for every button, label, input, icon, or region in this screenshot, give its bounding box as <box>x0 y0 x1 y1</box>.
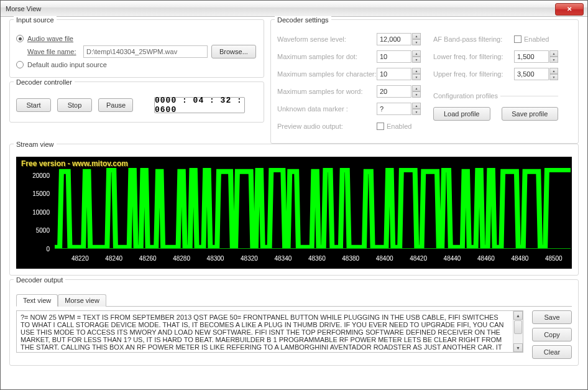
output-text-content: ?= NOW 25 WPM = TEXT IS FROM SEPTEMBER 2… <box>21 313 519 353</box>
browse-button[interactable]: Browse... <box>211 45 256 58</box>
output-textarea[interactable]: ?= NOW 25 WPM = TEXT IS FROM SEPTEMBER 2… <box>16 310 523 353</box>
char-label: Maximum samples for character: <box>277 70 377 78</box>
sense-label: Waveform sense level: <box>277 35 377 43</box>
af-checkbox[interactable] <box>514 35 521 43</box>
upper-spinner[interactable]: ▲▼ <box>549 68 558 80</box>
decoder-legend: Decoder settings <box>275 16 331 24</box>
watermark-text: Free version - www.mitov.com <box>21 159 128 168</box>
input-source-legend: Input source <box>14 16 57 24</box>
dot-spinner[interactable]: ▲▼ <box>412 50 421 63</box>
close-button[interactable]: ✕ <box>555 3 584 16</box>
sense-spinner[interactable]: ▲▼ <box>412 33 421 45</box>
waveform-chart: Free version - www.mitov.com 05000100001… <box>16 157 572 269</box>
radio-audio-wave[interactable] <box>16 35 24 42</box>
time-counter: 0000 : 04 : 32 : 0600 <box>154 97 245 113</box>
radio-default-audio-label: Default audio input source <box>27 61 107 68</box>
preview-label: Preview audio output: <box>277 123 377 130</box>
lower-input[interactable] <box>514 50 549 63</box>
preview-checkbox[interactable] <box>377 123 384 130</box>
pause-button[interactable]: Pause <box>98 98 133 112</box>
profiles-label: Configuration profiles <box>433 92 498 100</box>
dot-label: Maximum samples for dot: <box>277 53 377 60</box>
lower-label: Lower freq. for filtering: <box>433 53 514 60</box>
radio-default-audio[interactable] <box>16 61 24 68</box>
radio-audio-wave-label: Audio wave file <box>27 35 73 42</box>
af-label: AF Band-pass filtering: <box>433 35 514 43</box>
sense-input[interactable] <box>377 33 411 45</box>
af-enabled-text: Enabled <box>524 35 549 43</box>
upper-input[interactable] <box>514 68 549 80</box>
marker-label: Unknown data marker : <box>277 105 377 113</box>
start-button[interactable]: Start <box>16 98 51 112</box>
word-label: Maximum samples for word: <box>277 88 377 95</box>
save-profile-button[interactable]: Save profile <box>502 107 559 121</box>
output-copy-button[interactable]: Copy <box>532 328 572 341</box>
wave-file-input[interactable] <box>83 45 208 58</box>
char-input[interactable] <box>377 68 411 80</box>
marker-spinner[interactable]: ▲▼ <box>412 103 421 115</box>
char-spinner[interactable]: ▲▼ <box>412 68 421 80</box>
dot-input[interactable] <box>377 50 411 63</box>
controller-legend: Decoder controller <box>14 78 75 86</box>
word-input[interactable] <box>377 85 411 98</box>
scrollbar[interactable]: ▲ ▼ <box>513 311 523 352</box>
stream-legend: Stream view <box>14 141 57 148</box>
word-spinner[interactable]: ▲▼ <box>412 85 421 98</box>
tab-text-view[interactable]: Text view <box>16 294 58 307</box>
wave-file-label: Wave file name: <box>27 48 80 55</box>
output-legend: Decoder output <box>14 276 65 284</box>
window-title: Morse View <box>6 5 41 12</box>
output-save-button[interactable]: Save <box>532 310 572 324</box>
output-clear-button[interactable]: Clear <box>532 345 572 359</box>
tab-morse-view[interactable]: Morse view <box>58 294 106 307</box>
upper-label: Upper freq. for filtering: <box>433 70 514 78</box>
lower-spinner[interactable]: ▲▼ <box>549 50 558 63</box>
stop-button[interactable]: Stop <box>57 98 92 112</box>
preview-enabled-text: Enabled <box>387 123 411 130</box>
load-profile-button[interactable]: Load profile <box>433 107 490 121</box>
scroll-down-icon[interactable]: ▼ <box>513 343 523 352</box>
scroll-thumb[interactable] <box>514 320 522 334</box>
scroll-up-icon[interactable]: ▲ <box>513 311 523 320</box>
marker-input[interactable] <box>377 103 411 115</box>
